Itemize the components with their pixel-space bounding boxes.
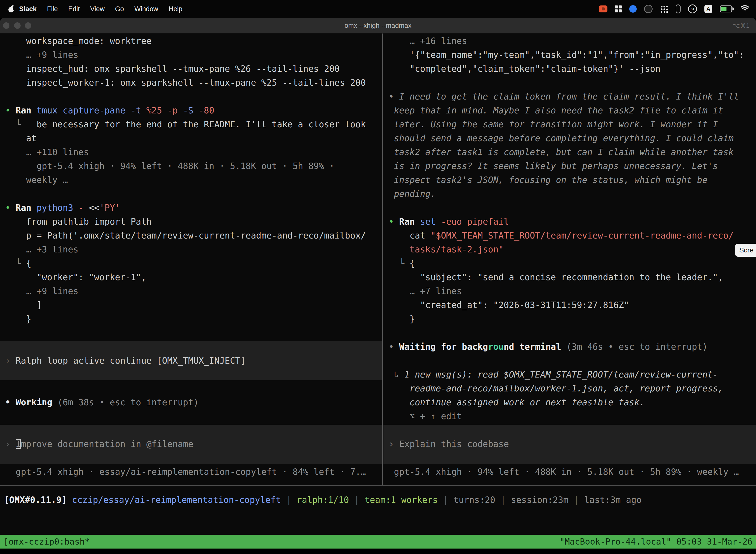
menu-go[interactable]: Go (110, 5, 129, 13)
terminal-line: } (0, 312, 382, 326)
terminal-line: • I need to get the claim token from the… (383, 90, 756, 104)
menu-help[interactable]: Help (164, 5, 188, 13)
text-segment: … +3 lines (0, 244, 78, 255)
text-segment: Ran (16, 203, 37, 213)
status-segment: | (443, 495, 453, 505)
text-segment: … +16 lines (383, 36, 467, 46)
terminal-line: └ { (0, 257, 382, 270)
terminal-line: › Explain this codebase (383, 437, 756, 451)
text-segment: << (89, 203, 99, 213)
text-segment: inspect_hud: omx sparkshell --tmux-pane … (0, 64, 340, 74)
dark-app-icon[interactable] (644, 5, 652, 13)
text-segment: - (78, 203, 89, 213)
menu-window[interactable]: Window (129, 5, 164, 13)
terminal-line: └ be necessary for the end of the README… (0, 117, 382, 131)
terminal-line: … +110 lines (0, 145, 382, 159)
terminal-line: is in progress? It seems likely but perh… (383, 159, 756, 173)
text-segment: … +110 lines (0, 147, 89, 157)
menu-file[interactable]: File (42, 5, 63, 13)
text-segment: '{"team_name":"my-team","task_id":"1","f… (383, 50, 744, 60)
terminal-line: pending. (383, 187, 756, 201)
text-segment: be necessary for the end of the README. … (37, 119, 366, 129)
text-segment: nd terminal (504, 342, 567, 352)
terminal-line: "worker": "worker-1", (0, 270, 382, 284)
menu-app-name[interactable]: Slack (14, 5, 42, 13)
terminal-pane-right[interactable]: … +16 lines '{"team_name":"my-team","tas… (383, 33, 756, 485)
grid-icon[interactable] (615, 5, 622, 12)
text-segment: • (0, 203, 16, 213)
screen-recording-indicator-icon[interactable] (599, 5, 608, 12)
terminal-line: • Ran set -euo pipefail (383, 215, 756, 229)
terminal-line: gpt-5.4 xhigh · essay/ai-reimplementatio… (0, 465, 382, 479)
blue-app-icon[interactable] (629, 5, 637, 13)
pane-divider-vertical[interactable] (382, 33, 383, 485)
status-segment: [OMX#0.11.9] (4, 495, 72, 505)
terminal-line: • Waiting for background terminal (3m 46… (383, 340, 756, 354)
terminal-pane-bottom[interactable]: [OMX#0.11.9] cczip/essay/ai-reimplementa… (0, 486, 756, 535)
text-segment: p = Path('.omx/state/team/review-current… (0, 231, 366, 240)
text-segment: %25 (146, 106, 167, 115)
terminal-line: … +3 lines (0, 242, 382, 257)
text-segment: • Working (0, 397, 58, 407)
text-segment: gpt-5.4 xhigh · essay/ai-reimplementatio… (0, 467, 366, 477)
terminal-line: } (383, 312, 756, 326)
status-pill-icon[interactable] (676, 4, 681, 13)
text-segment: … +9 lines (0, 50, 78, 60)
text-segment: Ran (399, 217, 420, 227)
text-segment: set (420, 217, 441, 227)
text-segment: from pathlib import Path (0, 217, 151, 227)
apple-menu-icon[interactable] (8, 6, 14, 12)
text-segment: • I need to get the claim token from the… (383, 92, 739, 102)
terminal-line: p = Path('.omx/state/team/review-current… (0, 229, 382, 242)
terminal-line: … +7 lines (383, 284, 756, 298)
text-segment: -p (167, 106, 183, 115)
pane-divider-horizontal[interactable] (0, 485, 756, 486)
input-source-icon[interactable]: A (704, 5, 712, 13)
text-segment: └ (0, 258, 26, 268)
menu-edit[interactable]: Edit (63, 5, 85, 13)
text-segment: { (26, 258, 31, 268)
terminal-line: weekly … (0, 173, 382, 187)
terminal-line: should send a message before completing … (383, 131, 756, 145)
terminal-line: inspect_worker-1: omx sparkshell --tmux-… (0, 76, 382, 90)
terminal-line: › Improve documentation in @filename (0, 437, 382, 451)
text-segment: task2 after task1 is complete, but can I… (383, 147, 734, 157)
text-segment: readme-and-reco/mailbox/worker-1.json, a… (383, 384, 723, 393)
text-cursor: I (16, 439, 21, 449)
omx-status-line: [OMX#0.11.9] cczip/essay/ai-reimplementa… (4, 493, 642, 507)
tmux-host-clock: "MacBook-Pro-44.local" 05:03 31-Mar-26 (560, 537, 753, 547)
text-segment: (6m 38s • esc to interrupt) (58, 397, 199, 407)
text-segment: { (410, 258, 415, 268)
text-segment: Waiting for backg (399, 342, 488, 352)
terminal-line: ⌥ + ↑ edit (383, 409, 756, 423)
text-segment: } (383, 314, 415, 324)
text-segment: › (0, 439, 16, 449)
text-segment: later. Using the same for transition mig… (383, 119, 718, 129)
status-segment: ralph:1/10 (297, 495, 354, 505)
terminal-line: task2 after task1 is complete, but can I… (383, 145, 756, 159)
text-segment: gpt-5.4 xhigh · 94% left · 488K in · 5.1… (0, 161, 334, 171)
terminal-line: inspect_hud: omx sparkshell --tmux-pane … (0, 62, 382, 76)
text-segment: └ (0, 119, 37, 129)
text-segment: should send a message before completing … (383, 133, 734, 143)
terminal-line: keep that in mind. Maybe I also need the… (383, 104, 756, 117)
battery-icon[interactable] (720, 5, 732, 12)
terminal-line: "created_at": "2026-03-31T11:59:27.816Z" (383, 298, 756, 312)
terminal-line: inspect task2's JSON, focusing on the st… (383, 173, 756, 187)
text-segment: ⌥ + ↑ edit (383, 411, 462, 421)
dots-grid-icon[interactable] (660, 5, 668, 13)
text-segment: • (0, 106, 16, 115)
terminal-line: cat "$OMX_TEAM_STATE_ROOT/team/review-cu… (383, 229, 756, 242)
terminal-line: • Ran python3 - <<'PY' (0, 201, 382, 215)
menu-view[interactable]: View (85, 5, 110, 13)
ring-badge-icon[interactable]: 61 (688, 4, 697, 13)
text-segment: -80 (199, 106, 214, 115)
status-segment: turns:20 (453, 495, 501, 505)
wifi-icon[interactable] (740, 5, 750, 13)
text-segment: is in progress? It seems likely but perh… (383, 161, 718, 171)
terminal-pane-left[interactable]: workspace_mode: worktree … +9 lines insp… (0, 33, 382, 485)
terminal-line: from pathlib import Path (0, 215, 382, 229)
terminal-line: gpt-5.4 xhigh · 94% left · 488K in · 5.1… (383, 465, 756, 479)
status-segment: | (354, 495, 365, 505)
window-title-bar: omx --xhigh --madmax ⌥⌘1 (0, 18, 756, 34)
